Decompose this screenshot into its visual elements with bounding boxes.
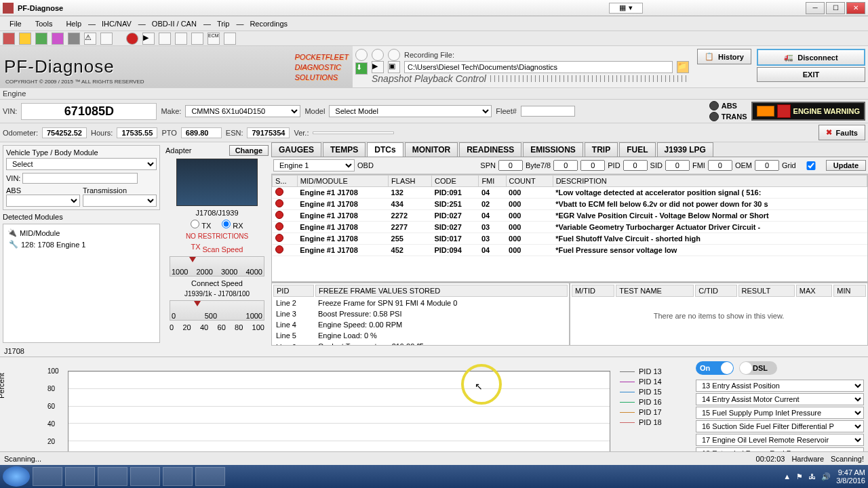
dtc-grid[interactable]: S... MID/MODULE FLASH CODE FMI COUNT DES… <box>271 174 868 282</box>
menu-file[interactable]: File <box>3 18 28 29</box>
engine-source-select[interactable]: Engine 1 <box>273 159 355 171</box>
tool-ecm[interactable]: ECM <box>208 33 220 45</box>
exit-button[interactable]: EXIT <box>757 67 865 82</box>
tool-4[interactable] <box>52 33 64 45</box>
col-module[interactable]: MID/MODULE <box>297 176 388 187</box>
freeze-frame-panel[interactable]: PIDFREEZE FRAME VALUES STORED Line 2Free… <box>271 283 570 346</box>
close-button[interactable]: ✕ <box>846 2 865 14</box>
faults-button[interactable]: ✖Faults <box>818 125 865 140</box>
vehicle-type-select[interactable]: Select <box>6 158 157 170</box>
play-icon[interactable]: ▶ <box>142 33 155 45</box>
tab-emissions[interactable]: EMISSIONS <box>523 142 583 157</box>
dtc-row[interactable]: Engine #1 J1708255SID:01703000*Fuel Shut… <box>273 233 867 245</box>
taskbar-pfdiagnose[interactable] <box>195 467 225 486</box>
minimize-button[interactable]: ─ <box>806 2 825 14</box>
dtc-row[interactable]: Engine #1 J17082272PID:02704000*EGR Valv… <box>273 210 867 222</box>
ff-col-val[interactable]: FREEZE FRAME VALUES STORED <box>315 285 568 297</box>
model-select[interactable]: Select Model <box>329 105 492 117</box>
pid-select[interactable]: 13 Entry Assist Position <box>696 380 864 392</box>
browse-folder-icon[interactable]: 📁 <box>677 61 689 73</box>
grid-checkbox[interactable] <box>799 161 823 170</box>
tab-temps[interactable]: TEMPS <box>323 142 366 157</box>
trans-select[interactable] <box>83 195 157 207</box>
dtc-row[interactable]: Engine #1 J1708132PID:09104000*Low volta… <box>273 187 867 199</box>
tray-arrow-icon[interactable]: ▲ <box>783 472 791 481</box>
tab-trip[interactable]: TRIP <box>585 142 618 157</box>
on-toggle[interactable]: On <box>696 361 734 375</box>
col-flash[interactable]: FLASH <box>389 176 432 187</box>
tray-volume-icon[interactable]: 🔊 <box>821 472 831 481</box>
spn-input[interactable] <box>498 160 523 171</box>
recording-path-input[interactable] <box>404 61 673 73</box>
tool-1[interactable] <box>3 33 15 45</box>
tool-warning-icon[interactable]: ⚠ <box>84 33 96 45</box>
ff-row[interactable]: Line 5Engine Load: 0 % <box>273 331 568 340</box>
ff-row[interactable]: Line 4Engine Speed: 0.00 RPM <box>273 320 568 329</box>
pid-select[interactable]: 17 Engine Oil Level Remote Reservoir <box>696 434 864 446</box>
tray-flag-icon[interactable]: ⚑ <box>796 472 803 481</box>
pid-select[interactable]: 14 Entry Assist Motor Current <box>696 393 864 405</box>
make-select[interactable]: CMMNS 6X1u04D150 <box>185 105 300 117</box>
abs-select[interactable] <box>6 195 80 207</box>
fleet-input[interactable] <box>521 106 575 117</box>
dtc-row[interactable]: Engine #1 J17082277SID:02703000*Variable… <box>273 222 867 233</box>
menu-trip[interactable]: Trip <box>210 18 237 29</box>
disconnect-button[interactable]: 🚛Disconnect <box>757 49 865 66</box>
window-layout-picker[interactable]: ▦ ▾ <box>609 3 643 14</box>
ff-row[interactable]: Line 2Freeze Frame for SPN 91 FMI 4 Modu… <box>273 298 568 308</box>
module-row[interactable]: 🔧128: 1708 Engine 1 <box>6 239 157 250</box>
menu-help[interactable]: Help <box>59 18 88 29</box>
menu-obd[interactable]: OBD-II / CAN <box>145 18 203 29</box>
sid-input[interactable] <box>665 160 690 171</box>
tx-radio[interactable]: TX <box>191 220 211 230</box>
col-count[interactable]: COUNT <box>506 176 553 187</box>
tab-gauges[interactable]: GAUGES <box>271 142 321 157</box>
dtc-row[interactable]: Engine #1 J1708452PID:09404000*Fuel Pres… <box>273 245 867 256</box>
taskbar-app1[interactable] <box>130 467 160 486</box>
test-col-result[interactable]: RESULT <box>738 285 795 297</box>
tool-10[interactable] <box>159 33 171 45</box>
update-button[interactable]: Update <box>826 160 866 171</box>
tab-monitor[interactable]: MONITOR <box>405 142 458 157</box>
col-fmi[interactable]: FMI <box>479 176 506 187</box>
test-panel[interactable]: M/TID TEST NAME C/TID RESULT MAX MIN The… <box>570 283 868 346</box>
test-col-mtid[interactable]: M/TID <box>572 285 614 297</box>
ff-col-pid[interactable]: PID <box>273 285 314 297</box>
rx-radio[interactable]: RX <box>222 220 243 230</box>
menu-tools[interactable]: Tools <box>28 18 60 29</box>
tab-fuel[interactable]: FUEL <box>619 142 655 157</box>
tray-network-icon[interactable]: 🖧 <box>808 472 816 481</box>
menu-ihcnav[interactable]: IHC/NAV <box>95 18 138 29</box>
record-icon[interactable] <box>126 33 138 45</box>
tool-5[interactable] <box>68 33 80 45</box>
tool-7[interactable] <box>100 33 113 45</box>
tab-dtcs[interactable]: DTCs <box>367 142 403 157</box>
test-col-min[interactable]: MIN <box>833 285 866 297</box>
ff-row[interactable]: Line 6Coolant Temperature: 219.20 ℉ <box>273 342 568 346</box>
b7-input[interactable] <box>553 160 578 171</box>
oem-input[interactable] <box>755 160 779 171</box>
system-tray[interactable]: ▲ ⚑ 🖧 🔊 9:47 AM3/8/2016 <box>783 468 865 485</box>
pid-input[interactable] <box>623 160 648 171</box>
left-vin-input[interactable] <box>22 173 138 184</box>
tool-14[interactable] <box>224 33 236 45</box>
history-button[interactable]: 📋History <box>697 49 751 64</box>
tool-12[interactable] <box>191 33 203 45</box>
tool-2[interactable] <box>19 33 31 45</box>
change-button[interactable]: Change <box>229 145 269 156</box>
col-code[interactable]: CODE <box>431 176 478 187</box>
dsl-toggle[interactable]: DSL <box>739 361 777 375</box>
tab-j1939lpg[interactable]: J1939 LPG <box>657 142 713 157</box>
test-col-name[interactable]: TEST NAME <box>616 285 694 297</box>
rec-screen-icon[interactable]: ▣ <box>388 61 400 73</box>
taskbar-media[interactable] <box>65 467 95 486</box>
test-col-max[interactable]: MAX <box>796 285 833 297</box>
taskbar-app2[interactable] <box>163 467 193 486</box>
ff-row[interactable]: Line 3Boost Pressure: 0.58 PSI <box>273 309 568 319</box>
pid-select[interactable]: 15 Fuel Supply Pump Inlet Pressure <box>696 407 864 419</box>
menu-recordings[interactable]: Recordings <box>243 18 294 29</box>
rec-play-icon[interactable]: ▶ <box>372 61 384 73</box>
col-desc[interactable]: DESCRIPTION <box>553 176 867 187</box>
pid-select[interactable]: 16 Suction Side Fuel Filter Differential… <box>696 420 864 432</box>
taskbar-ie[interactable] <box>98 467 127 486</box>
